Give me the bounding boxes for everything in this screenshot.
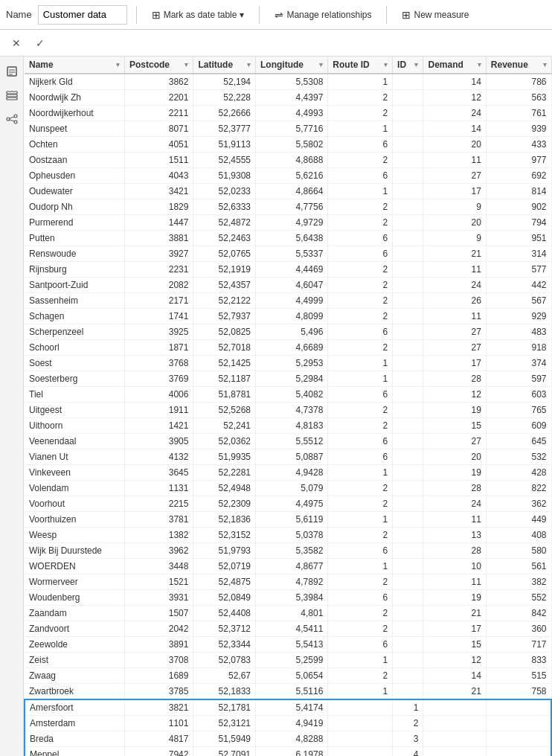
table-cell[interactable]: 24 — [423, 278, 486, 293]
table-cell[interactable]: 2 — [328, 574, 393, 590]
table-cell[interactable]: 374 — [486, 356, 551, 371]
table-cell[interactable]: 3962 — [124, 543, 193, 559]
table-cell[interactable]: 360 — [486, 621, 551, 637]
table-cell[interactable]: 6,1978 — [256, 747, 328, 757]
table-cell[interactable]: Santpoort-Zuid — [25, 278, 124, 293]
table-cell[interactable]: 2211 — [124, 106, 193, 121]
table-cell[interactable]: 52,1781 — [193, 699, 256, 716]
table-cell[interactable]: 1829 — [124, 199, 193, 215]
table-cell[interactable]: Renswoude — [25, 246, 124, 262]
table-cell[interactable]: Purmerend — [25, 215, 124, 231]
table-cell[interactable]: Amersfoort — [25, 699, 124, 716]
table-cell[interactable]: 4,7756 — [256, 199, 328, 215]
table-cell[interactable]: 2215 — [124, 496, 193, 512]
table-cell[interactable]: 52,4357 — [193, 278, 256, 293]
table-cell[interactable]: 27 — [423, 324, 486, 340]
table-cell[interactable]: 1131 — [124, 481, 193, 496]
table-cell[interactable]: Zeewolde — [25, 637, 124, 653]
table-cell[interactable]: 5,4082 — [256, 387, 328, 403]
table-cell[interactable]: 52,3344 — [193, 637, 256, 653]
table-cell[interactable]: 4,8183 — [256, 418, 328, 434]
table-cell[interactable]: 4,4999 — [256, 293, 328, 309]
table-cell[interactable]: Oostzaan — [25, 153, 124, 168]
table-cell[interactable] — [393, 668, 423, 684]
table-cell[interactable]: 814 — [486, 184, 551, 199]
table-cell[interactable]: 11 — [423, 262, 486, 278]
table-cell[interactable] — [393, 106, 423, 121]
new-measure-button[interactable]: ⊞ New measure — [396, 6, 475, 24]
table-cell[interactable] — [393, 637, 423, 653]
table-cell[interactable]: 1421 — [124, 418, 193, 434]
table-cell[interactable] — [393, 434, 423, 449]
table-cell[interactable]: 12 — [423, 90, 486, 106]
table-cell[interactable]: 822 — [486, 481, 551, 496]
table-cell[interactable]: 20 — [423, 449, 486, 465]
table-cell[interactable]: 3862 — [124, 74, 193, 90]
table-cell[interactable]: 4 — [393, 747, 423, 757]
table-cell[interactable]: 3448 — [124, 559, 193, 574]
table-cell[interactable]: 14 — [423, 668, 486, 684]
table-cell[interactable]: 4,9729 — [256, 215, 328, 231]
table-cell[interactable]: 382 — [486, 574, 551, 590]
table-cell[interactable]: 52,2666 — [193, 106, 256, 121]
table-cell[interactable]: 1511 — [124, 153, 193, 168]
table-cell[interactable]: 52,0362 — [193, 434, 256, 449]
table-cell[interactable]: 4,8664 — [256, 184, 328, 199]
table-cell[interactable]: 577 — [486, 262, 551, 278]
table-cell[interactable]: 2 — [328, 90, 393, 106]
table-cell[interactable]: 1101 — [124, 716, 193, 731]
table-cell[interactable]: 4,4975 — [256, 496, 328, 512]
table-cell[interactable]: 1689 — [124, 668, 193, 684]
table-cell[interactable]: Zwaag — [25, 668, 124, 684]
table-cell[interactable]: 4,8099 — [256, 309, 328, 324]
table-cell[interactable]: 12 — [423, 653, 486, 668]
table-cell[interactable]: 2 — [328, 293, 393, 309]
table-cell[interactable]: 1 — [328, 121, 393, 137]
table-cell[interactable]: 902 — [486, 199, 551, 215]
table-cell[interactable] — [393, 293, 423, 309]
table-cell[interactable]: 408 — [486, 528, 551, 543]
col-header-route-id[interactable]: Route ID ▾ — [328, 57, 393, 74]
table-cell[interactable]: 52,7937 — [193, 309, 256, 324]
table-cell[interactable] — [328, 699, 393, 716]
table-cell[interactable]: 20 — [423, 215, 486, 231]
filter-icon-demand[interactable]: ▾ — [478, 61, 481, 68]
table-cell[interactable]: 1 — [328, 356, 393, 371]
table-cell[interactable]: 52,3121 — [193, 716, 256, 731]
table-cell[interactable]: 52,2281 — [193, 465, 256, 481]
table-cell[interactable]: Oudewater — [25, 184, 124, 199]
table-cell[interactable]: 939 — [486, 121, 551, 137]
table-cell[interactable]: 28 — [423, 543, 486, 559]
table-cell[interactable]: 8071 — [124, 121, 193, 137]
table-cell[interactable]: 52,241 — [193, 418, 256, 434]
table-cell[interactable]: 2 — [328, 278, 393, 293]
table-cell[interactable]: 52,1833 — [193, 684, 256, 700]
table-cell[interactable]: 4,9428 — [256, 465, 328, 481]
table-cell[interactable] — [393, 340, 423, 356]
table-cell[interactable]: 15 — [423, 418, 486, 434]
table-cell[interactable] — [393, 262, 423, 278]
table-cell[interactable]: 10 — [423, 559, 486, 574]
table-cell[interactable]: 567 — [486, 293, 551, 309]
table-cell[interactable]: 27 — [423, 434, 486, 449]
table-cell[interactable]: 4,9419 — [256, 716, 328, 731]
table-cell[interactable]: Zaandam — [25, 606, 124, 621]
table-cell[interactable]: 5,6438 — [256, 231, 328, 246]
table-cell[interactable] — [393, 606, 423, 621]
table-cell[interactable]: Noordwijkerhout — [25, 106, 124, 121]
table-cell[interactable]: 5,4174 — [256, 699, 328, 716]
table-cell[interactable]: 1 — [328, 371, 393, 387]
table-cell[interactable] — [423, 716, 486, 731]
table-cell[interactable]: 14 — [423, 121, 486, 137]
table-cell[interactable] — [393, 215, 423, 231]
table-cell[interactable] — [393, 121, 423, 137]
table-cell[interactable]: 1521 — [124, 574, 193, 590]
table-cell[interactable]: 9 — [423, 199, 486, 215]
table-cell[interactable]: 1 — [393, 699, 423, 716]
table-cell[interactable]: 2 — [328, 621, 393, 637]
table-cell[interactable] — [393, 309, 423, 324]
table-cell[interactable]: WOERDEN — [25, 559, 124, 574]
table-cell[interactable]: 11 — [423, 574, 486, 590]
table-cell[interactable]: Ochten — [25, 137, 124, 153]
table-cell[interactable]: 563 — [486, 90, 551, 106]
